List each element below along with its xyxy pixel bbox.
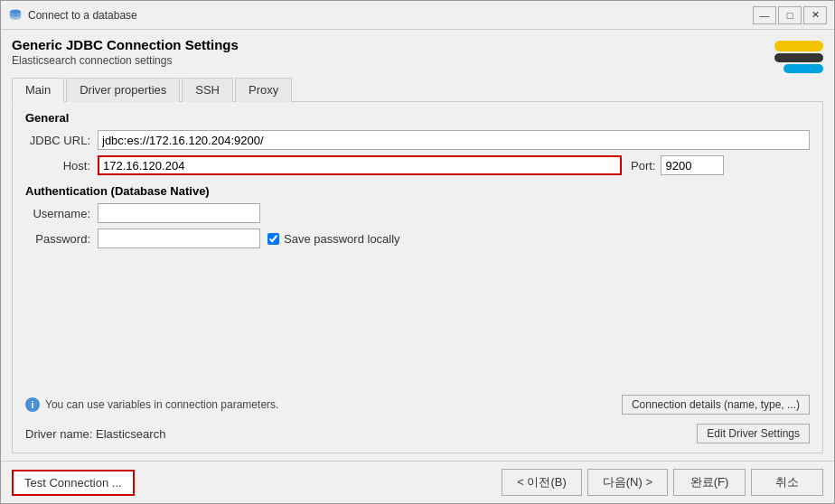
page-subtitle: Elasticsearch connection settings — [12, 54, 239, 67]
port-input[interactable] — [661, 155, 724, 175]
title-bar-left: Connect to a database — [8, 8, 137, 23]
tab-ssh[interactable]: SSH — [182, 78, 233, 102]
save-password-checkbox[interactable] — [267, 233, 279, 245]
spacer — [25, 254, 810, 395]
tab-proxy[interactable]: Proxy — [235, 78, 292, 102]
general-section-label: General — [25, 111, 810, 125]
maximize-button[interactable]: □ — [778, 6, 802, 24]
minimize-button[interactable]: — — [753, 6, 776, 24]
jdbc-label: JDBC URL: — [25, 134, 98, 147]
edit-driver-button[interactable]: Edit Driver Settings — [697, 424, 810, 443]
main-panel: General JDBC URL: Host: Port: Authentica… — [12, 102, 823, 453]
logo-stripe-3 — [783, 64, 823, 73]
logo-stripe-2 — [774, 53, 823, 62]
host-input[interactable] — [98, 155, 622, 175]
test-connection-button[interactable]: Test Connection ... — [12, 470, 135, 496]
save-password-row: Save password locally — [267, 232, 400, 246]
tab-main[interactable]: Main — [12, 78, 64, 102]
info-row: i You can use variables in connection pa… — [25, 395, 810, 415]
username-row: Username: — [25, 203, 810, 223]
main-window: Connect to a database — □ ✕ Generic JDBC… — [0, 0, 835, 504]
password-input[interactable] — [98, 229, 260, 248]
password-row: Password: Save password locally — [25, 229, 810, 248]
page-title: Generic JDBC Connection Settings — [12, 37, 239, 52]
host-label: Host: — [25, 159, 98, 173]
window-title: Connect to a database — [28, 9, 137, 22]
auth-section-label: Authentication (Database Native) — [25, 184, 810, 198]
connection-details-button[interactable]: Connection details (name, type, ...) — [622, 395, 810, 415]
header-left: Generic JDBC Connection Settings Elastic… — [12, 37, 239, 67]
driver-name: Elasticsearch — [96, 427, 165, 441]
info-text: You can use variables in connection para… — [45, 398, 278, 411]
prev-button[interactable]: < 이전(B) — [502, 469, 582, 496]
tab-driver-properties[interactable]: Driver properties — [66, 78, 180, 102]
host-port-row: Host: Port: — [25, 155, 810, 175]
logo-area — [774, 41, 823, 73]
bottom-bar: Test Connection ... < 이전(B) 다음(N) > 완료(F… — [1, 461, 834, 503]
next-button[interactable]: 다음(N) > — [587, 469, 668, 496]
action-buttons: < 이전(B) 다음(N) > 완료(F) 취소 — [502, 469, 823, 496]
logo-stripe-1 — [774, 41, 823, 51]
jdbc-url-input[interactable] — [98, 130, 810, 150]
save-password-label[interactable]: Save password locally — [284, 232, 400, 246]
cancel-button[interactable]: 취소 — [751, 469, 823, 496]
driver-text: Driver name: Elasticsearch — [25, 427, 165, 441]
jdbc-url-row: JDBC URL: — [25, 130, 810, 150]
header-section: Generic JDBC Connection Settings Elastic… — [12, 37, 823, 73]
close-button[interactable]: ✕ — [803, 6, 827, 24]
db-icon — [8, 8, 23, 23]
finish-button[interactable]: 완료(F) — [673, 469, 746, 496]
content-area: Generic JDBC Connection Settings Elastic… — [1, 30, 834, 461]
info-icon: i — [25, 397, 40, 412]
title-bar: Connect to a database — □ ✕ — [1, 1, 834, 30]
tabs-row: Main Driver properties SSH Proxy — [12, 77, 823, 102]
port-label: Port: — [631, 159, 661, 173]
title-bar-controls: — □ ✕ — [753, 6, 827, 24]
username-input[interactable] — [98, 203, 260, 223]
driver-row: Driver name: Elasticsearch Edit Driver S… — [25, 424, 810, 443]
info-left: i You can use variables in connection pa… — [25, 397, 278, 412]
auth-section: Authentication (Database Native) Usernam… — [25, 184, 810, 254]
password-label: Password: — [25, 232, 98, 246]
username-label: Username: — [25, 207, 98, 220]
